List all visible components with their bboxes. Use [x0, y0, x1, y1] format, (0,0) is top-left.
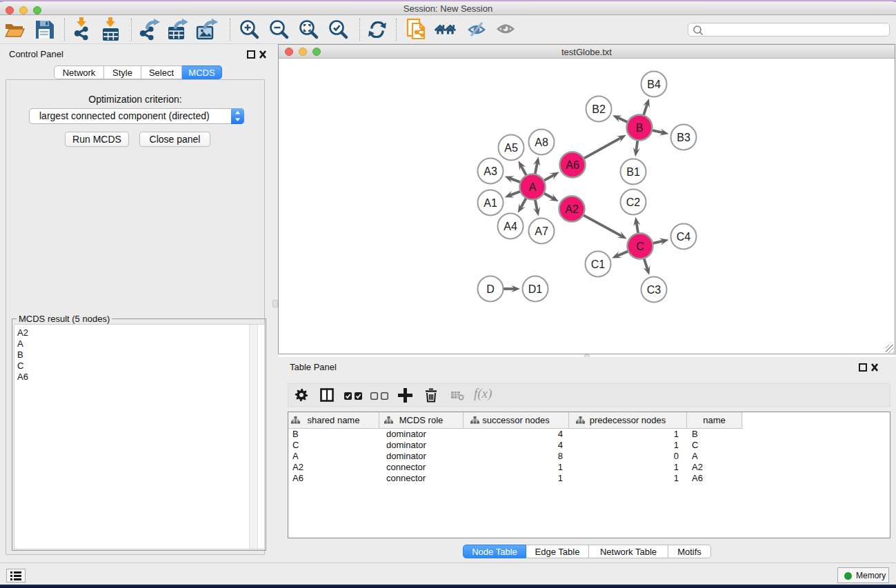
svg-text:C4: C4 — [677, 231, 691, 243]
svg-text:A7: A7 — [535, 225, 548, 237]
svg-text:C3: C3 — [647, 284, 661, 296]
svg-text:A8: A8 — [535, 136, 548, 148]
svg-text:B1: B1 — [626, 166, 640, 178]
svg-text:D1: D1 — [528, 283, 543, 295]
svg-text:C: C — [636, 241, 644, 252]
svg-text:A: A — [529, 181, 537, 193]
svg-text:B4: B4 — [647, 79, 661, 90]
svg-text:C2: C2 — [626, 196, 641, 208]
svg-text:C1: C1 — [591, 258, 606, 270]
svg-text:A2: A2 — [565, 203, 579, 215]
svg-text:B3: B3 — [677, 132, 690, 143]
svg-text:D: D — [486, 283, 495, 295]
svg-text:A6: A6 — [566, 159, 579, 171]
svg-text:B: B — [636, 122, 644, 134]
svg-text:A3: A3 — [484, 165, 497, 177]
svg-text:B2: B2 — [592, 103, 606, 115]
svg-text:A1: A1 — [484, 197, 497, 209]
svg-text:A4: A4 — [504, 221, 517, 232]
svg-text:A5: A5 — [504, 142, 518, 154]
